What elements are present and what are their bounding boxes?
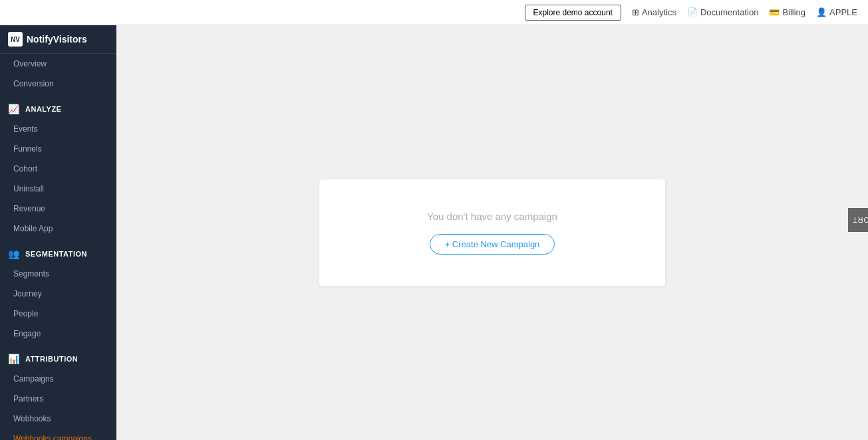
sidebar-item-webhooks-campaigns[interactable]: Webhooks campaigns — [0, 429, 116, 440]
sidebar-item-people[interactable]: People — [0, 304, 116, 324]
sidebar-item-uninstall[interactable]: Uninstall — [0, 179, 116, 199]
analyze-section: 📈 ANALYZE — [0, 96, 116, 119]
sidebar-item-webhooks[interactable]: Webhooks — [0, 409, 116, 429]
main-content: You don't have any campaign + Create New… — [116, 25, 868, 440]
analytics-link[interactable]: ⊞ Analytics — [632, 7, 676, 17]
sidebar-item-mobile-app[interactable]: Mobile App — [0, 219, 116, 239]
sidebar-item-campaigns[interactable]: Campaigns — [0, 369, 116, 389]
logo-icon: NV — [8, 32, 23, 47]
analytics-grid-icon: ⊞ — [632, 7, 639, 17]
sidebar-item-journey[interactable]: Journey — [0, 284, 116, 304]
sidebar-item-segments[interactable]: Segments — [0, 264, 116, 284]
user-menu[interactable]: 👤 APPLE — [816, 7, 857, 17]
topbar: Explore demo account ⊞ Analytics 📄 Docum… — [0, 0, 868, 25]
logo: NV NotifyVisitors — [0, 25, 116, 54]
sidebar: NV NotifyVisitors Overview Conversion 📈 … — [0, 25, 116, 440]
sidebar-item-funnels[interactable]: Funnels — [0, 139, 116, 159]
sidebar-item-overview[interactable]: Overview — [0, 54, 116, 74]
sidebar-item-events[interactable]: Events — [0, 119, 116, 139]
support-tab[interactable]: SUPPORT — [848, 208, 868, 232]
billing-link[interactable]: 💳 Billing — [769, 7, 805, 17]
sidebar-item-revenue[interactable]: Revenue — [0, 199, 116, 219]
sidebar-item-conversion[interactable]: Conversion — [0, 74, 116, 94]
campaign-empty-text: You don't have any campaign — [427, 211, 557, 222]
analyze-icon: 📈 — [8, 103, 20, 115]
attribution-section: 📊 ATTRIBUTION — [0, 346, 116, 369]
campaign-empty-card: You don't have any campaign + Create New… — [319, 179, 665, 286]
user-icon: 👤 — [816, 7, 827, 17]
documentation-link[interactable]: 📄 Documentation — [687, 7, 758, 17]
logo-text: NotifyVisitors — [27, 34, 87, 45]
billing-icon: 💳 — [769, 7, 780, 17]
sidebar-item-partners[interactable]: Partners — [0, 389, 116, 409]
explore-demo-button[interactable]: Explore demo account — [525, 5, 621, 21]
segmentation-section: 👥 SEGMENTATION — [0, 241, 116, 264]
attribution-icon: 📊 — [8, 353, 20, 365]
documentation-icon: 📄 — [687, 7, 698, 17]
segmentation-icon: 👥 — [8, 248, 20, 260]
create-campaign-button[interactable]: + Create New Campaign — [430, 234, 555, 255]
sidebar-item-engage[interactable]: Engage — [0, 324, 116, 344]
sidebar-item-cohort[interactable]: Cohort — [0, 159, 116, 179]
